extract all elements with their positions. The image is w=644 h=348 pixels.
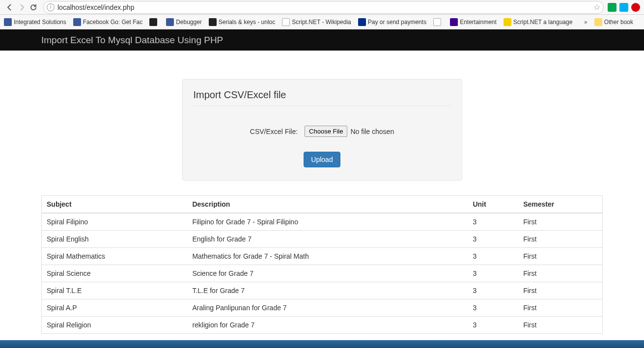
table-row: Spiral Religionrekligion for Grade 73Fir… [42,317,603,334]
page-content: Import CSV/Excel file CSV/Excel File: Ch… [0,79,644,348]
wikipedia-icon [282,18,290,26]
bookmark-item[interactable] [433,18,443,26]
cell-unit: 3 [468,265,518,282]
cell-subject: Spiral Religion [42,317,188,334]
cell-unit: 3 [468,213,518,231]
cell-description: Filipino for Grade 7 - Spiral Filipino [187,213,468,231]
cell-unit: 3 [468,282,518,299]
document-icon [433,18,441,26]
bookmark-item[interactable]: Debugger [166,18,202,26]
windows-taskbar[interactable] [0,340,644,348]
file-input-wrap: Choose File No file chosen [305,126,394,137]
cell-semester: First [518,299,602,317]
panel-title: Import CSV/Excel file [194,89,451,106]
cell-subject: Spiral Science [42,265,188,282]
bookmark-item[interactable]: Script.NET a language [504,18,573,26]
file-label: CSV/Excel File: [250,128,298,135]
skype-icon[interactable] [619,3,628,12]
bookmark-item[interactable]: Facebook Go: Get Fac [73,18,142,26]
cell-unit: 3 [468,317,518,334]
cell-description: rekligion for Grade 7 [187,317,468,334]
cell-semester: First [518,248,602,265]
cell-unit: 3 [468,299,518,317]
cell-description: Araling Panlipunan for Grade 7 [187,299,468,317]
facebook-icon [73,18,81,26]
cell-description: Mathematics for Grade 7 - Spiral Math [187,248,468,265]
cell-semester: First [518,265,602,282]
table-row: Spiral T.L.ET.L.E for Grade 73First [42,282,603,299]
cell-unit: 3 [468,248,518,265]
table-header-row: Subject Description Unit Semester [42,196,603,214]
col-semester: Semester [518,196,602,214]
info-icon[interactable]: i [47,3,55,11]
file-input-row: CSV/Excel File: Choose File No file chos… [194,126,451,137]
url-text: localhost/excel/index.php [57,3,590,11]
extension-icons [608,3,640,12]
bookmark-item[interactable]: Script.NET - Wikipedia [282,18,351,26]
reload-button[interactable] [28,1,39,13]
cell-subject: Spiral English [42,231,188,248]
back-button[interactable] [4,1,16,13]
extension-icon[interactable] [608,3,616,12]
site-icon [209,18,217,26]
paypal-icon [358,18,366,26]
cell-semester: First [518,282,602,299]
bookmark-item[interactable]: Serials & keys - unloc [209,18,275,26]
table-row: Spiral EnglishEnglish for Grade 73First [42,231,603,248]
bookmark-item[interactable] [149,18,159,26]
site-icon [504,18,511,26]
table-row: Spiral MathematicsMathematics for Grade … [42,248,603,265]
browser-toolbar: i localhost/excel/index.php ☆ [0,0,644,15]
forward-button [16,1,28,13]
site-icon [149,18,157,26]
data-table: Subject Description Unit Semester Spiral… [41,195,603,334]
other-bookmarks[interactable]: Other book [594,18,633,26]
import-panel: Import CSV/Excel file CSV/Excel File: Ch… [182,79,462,181]
col-unit: Unit [468,196,518,214]
yahoo-icon [450,18,458,26]
col-subject: Subject [42,196,188,214]
col-description: Description [187,196,468,214]
cell-subject: Spiral Filipino [42,213,188,231]
cell-subject: Spiral T.L.E [42,282,188,299]
cell-subject: Spiral A.P [42,299,188,317]
star-icon[interactable]: ☆ [593,2,600,12]
facebook-icon [166,18,174,26]
page-header: Import Excel To Mysql Database Using PHP [0,29,644,51]
page-title: Import Excel To Mysql Database Using PHP [41,35,223,46]
bookmark-item[interactable]: Pay or send payments [358,18,426,26]
cell-semester: First [518,231,602,248]
address-bar[interactable]: i localhost/excel/index.php ☆ [43,1,604,14]
cell-semester: First [518,317,602,334]
table-row: Spiral FilipinoFilipino for Grade 7 - Sp… [42,213,603,231]
cell-description: T.L.E for Grade 7 [187,282,468,299]
choose-file-button[interactable]: Choose File [305,126,347,137]
cell-subject: Spiral Mathematics [42,248,188,265]
bookmark-item[interactable]: Integrated Solutions [4,18,66,26]
file-status-text: No file chosen [350,128,394,135]
cell-semester: First [518,213,602,231]
folder-icon [594,18,602,26]
bookmarks-bar: Integrated Solutions Facebook Go: Get Fa… [0,15,644,29]
cell-unit: 3 [468,231,518,248]
cell-description: English for Grade 7 [187,231,468,248]
table-row: Spiral A.PAraling Panlipunan for Grade 7… [42,299,603,317]
upload-button[interactable]: Upload [304,152,340,167]
cell-description: Science for Grade 7 [187,265,468,282]
bookmark-item[interactable]: Entertainment [450,18,497,26]
table-row: Spiral ScienceScience for Grade 73First [42,265,603,282]
overflow-icon[interactable]: » [584,19,588,26]
opera-icon[interactable] [631,3,640,12]
facebook-icon [4,18,12,26]
